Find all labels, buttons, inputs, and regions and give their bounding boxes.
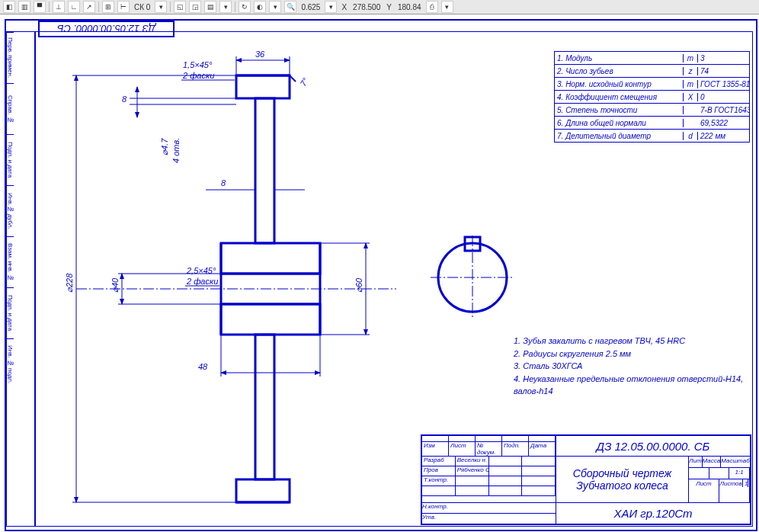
grid-icon[interactable]: ⊞: [102, 1, 114, 13]
coord-x: 278.500: [351, 3, 382, 11]
dropdown-icon[interactable]: ▾: [325, 1, 337, 13]
zoom-icon[interactable]: 🔍: [284, 1, 296, 13]
note-line: 4. Неуказанные предельные отклонения отв…: [514, 373, 750, 398]
svg-rect-3: [255, 98, 274, 243]
dropdown-icon[interactable]: ▾: [441, 1, 453, 13]
svg-text:⌀60: ⌀60: [354, 277, 363, 293]
svg-text:48: 48: [198, 362, 208, 371]
coord-y: 180.84: [396, 3, 423, 11]
titleblock-docnum: ДЗ 12.05.00.0000. СБ: [556, 436, 750, 456]
technical-notes: 1. Зубья закалить с нагревом ТВЧ, 45 HRC…: [514, 335, 750, 398]
svg-text:⌀4.7: ⌀4.7: [160, 138, 169, 155]
tool-icon[interactable]: ▥: [18, 1, 30, 13]
svg-text:7°: 7°: [298, 75, 310, 88]
svg-rect-1: [236, 75, 290, 98]
svg-text:⌀40: ⌀40: [110, 277, 120, 293]
side-label: Справ. №: [7, 83, 14, 134]
note-line: 3. Сталь 30ХГСА: [514, 360, 750, 373]
coord-x-label: X: [340, 3, 348, 11]
svg-text:2 фаски: 2 фаски: [186, 277, 218, 286]
side-label: Перв. примен.: [7, 32, 14, 83]
side-label: Взам. инв. №: [7, 236, 14, 287]
doc-number-text: ДЗ 12.05.00.0000. СБ: [57, 24, 155, 35]
drawing-svg: 36 1,5×45° 2 фаски 8 ⌀4.7 4 отв. 8 ⌀228 …: [46, 45, 427, 518]
dropdown-icon[interactable]: ▾: [269, 1, 281, 13]
tool-icon[interactable]: ◧: [3, 1, 15, 13]
side-column: Перв. примен. Справ. № Подп. и дата Инв.…: [6, 31, 36, 527]
tool-icon[interactable]: ▀: [34, 1, 46, 13]
tool-icon[interactable]: ◐: [254, 1, 266, 13]
tool-icon[interactable]: ◱: [174, 1, 186, 13]
gear-section-view: 36 1,5×45° 2 фаски 8 ⌀4.7 4 отв. 8 ⌀228 …: [46, 45, 427, 518]
tool-icon[interactable]: ▤: [204, 1, 216, 13]
svg-rect-4: [255, 335, 274, 479]
coord-y-label: Y: [385, 3, 393, 11]
svg-rect-5: [221, 243, 320, 274]
snap-icon[interactable]: ⊢: [117, 1, 130, 13]
drawing-canvas[interactable]: ДЗ 12.05.00.0000. СБ Перв. примен. Справ…: [0, 14, 759, 532]
doc-number-top: ДЗ 12.05.00.0000. СБ: [38, 21, 175, 37]
side-label: Подп. и дата: [7, 287, 14, 338]
layer-name[interactable]: СК 0: [133, 3, 152, 11]
svg-text:36: 36: [255, 50, 265, 59]
note-line: 1. Зубья закалить с нагревом ТВЧ, 45 HRC: [514, 335, 750, 348]
tool-icon[interactable]: ∟: [68, 1, 80, 13]
svg-text:2,5×45°: 2,5×45°: [186, 266, 216, 275]
dropdown-icon[interactable]: ▾: [155, 1, 167, 13]
title-block: ИзмЛист№ докум.Подп.Дата ДЗ 12.05.00.000…: [421, 434, 751, 525]
tool-icon[interactable]: ⊥: [53, 1, 65, 13]
zoom-value: 0.625: [299, 3, 322, 11]
parameter-table: 1. Модульm3 2. Число зубьевz74 3. Норм. …: [554, 51, 750, 143]
tool-icon[interactable]: ↗: [83, 1, 95, 13]
svg-text:1,5×45°: 1,5×45°: [183, 60, 213, 69]
drawing-title: Сборочный чертеж Зубчатого колеса: [556, 457, 688, 502]
side-label: Подп. и дата: [7, 134, 14, 185]
svg-rect-2: [236, 479, 290, 502]
organization: ХАИ гр.120Ст: [556, 503, 750, 524]
tool-icon[interactable]: ⎙: [426, 1, 438, 13]
toolbar: ◧ ▥ ▀ ⊥ ∟ ↗ ⊞ ⊢ СК 0 ▾ ◱ ◲ ▤ ▾ ↻ ◐ ▾ 🔍 0…: [0, 0, 759, 14]
side-label: Инв.№ дубл.: [7, 185, 14, 236]
svg-text:8: 8: [221, 178, 226, 187]
svg-rect-6: [221, 304, 320, 335]
keyway-end-view: [431, 236, 514, 319]
svg-text:⌀228: ⌀228: [65, 273, 74, 293]
svg-text:4 отв.: 4 отв.: [171, 138, 181, 163]
svg-text:8: 8: [122, 95, 127, 104]
side-label: Инв. № подл.: [7, 338, 14, 389]
note-line: 2. Радиусы скругления 2.5 мм: [514, 348, 750, 361]
tool-icon[interactable]: ◲: [189, 1, 201, 13]
refresh-icon[interactable]: ↻: [239, 1, 251, 13]
dropdown-icon[interactable]: ▾: [219, 1, 232, 13]
